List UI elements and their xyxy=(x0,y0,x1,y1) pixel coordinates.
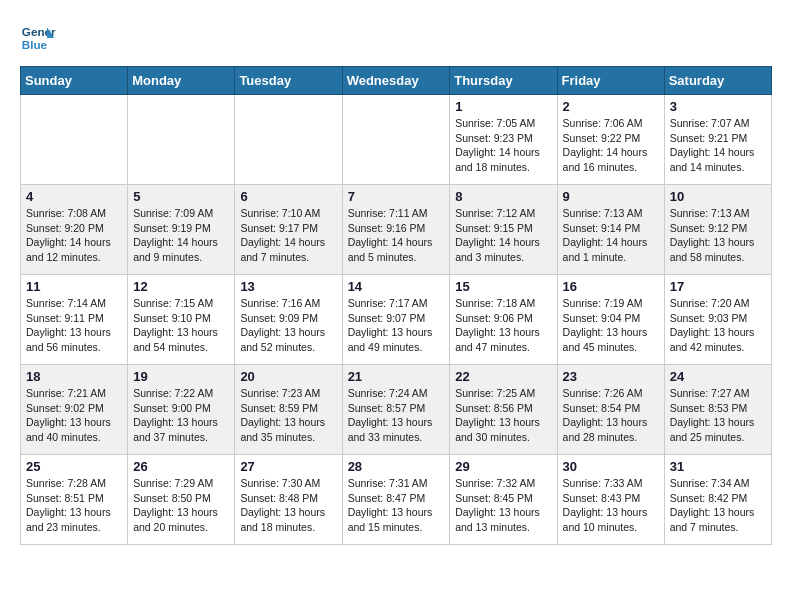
calendar-week-row: 25Sunrise: 7:28 AM Sunset: 8:51 PM Dayli… xyxy=(21,455,772,545)
calendar-day-14: 14Sunrise: 7:17 AM Sunset: 9:07 PM Dayli… xyxy=(342,275,450,365)
day-number: 2 xyxy=(563,99,659,114)
calendar-day-11: 11Sunrise: 7:14 AM Sunset: 9:11 PM Dayli… xyxy=(21,275,128,365)
calendar-day-27: 27Sunrise: 7:30 AM Sunset: 8:48 PM Dayli… xyxy=(235,455,342,545)
day-number: 18 xyxy=(26,369,122,384)
calendar-day-6: 6Sunrise: 7:10 AM Sunset: 9:17 PM Daylig… xyxy=(235,185,342,275)
day-number: 30 xyxy=(563,459,659,474)
day-number: 31 xyxy=(670,459,766,474)
weekday-header-friday: Friday xyxy=(557,67,664,95)
day-number: 14 xyxy=(348,279,445,294)
calendar-day-1: 1Sunrise: 7:05 AM Sunset: 9:23 PM Daylig… xyxy=(450,95,557,185)
calendar-week-row: 18Sunrise: 7:21 AM Sunset: 9:02 PM Dayli… xyxy=(21,365,772,455)
weekday-header-monday: Monday xyxy=(128,67,235,95)
calendar-day-30: 30Sunrise: 7:33 AM Sunset: 8:43 PM Dayli… xyxy=(557,455,664,545)
day-info: Sunrise: 7:13 AM Sunset: 9:12 PM Dayligh… xyxy=(670,206,766,265)
day-number: 21 xyxy=(348,369,445,384)
day-number: 16 xyxy=(563,279,659,294)
day-info: Sunrise: 7:14 AM Sunset: 9:11 PM Dayligh… xyxy=(26,296,122,355)
calendar-empty-cell xyxy=(235,95,342,185)
day-number: 29 xyxy=(455,459,551,474)
calendar-week-row: 1Sunrise: 7:05 AM Sunset: 9:23 PM Daylig… xyxy=(21,95,772,185)
calendar-day-2: 2Sunrise: 7:06 AM Sunset: 9:22 PM Daylig… xyxy=(557,95,664,185)
day-info: Sunrise: 7:25 AM Sunset: 8:56 PM Dayligh… xyxy=(455,386,551,445)
day-info: Sunrise: 7:27 AM Sunset: 8:53 PM Dayligh… xyxy=(670,386,766,445)
weekday-header-row: SundayMondayTuesdayWednesdayThursdayFrid… xyxy=(21,67,772,95)
day-info: Sunrise: 7:15 AM Sunset: 9:10 PM Dayligh… xyxy=(133,296,229,355)
day-info: Sunrise: 7:08 AM Sunset: 9:20 PM Dayligh… xyxy=(26,206,122,265)
day-number: 24 xyxy=(670,369,766,384)
calendar-day-23: 23Sunrise: 7:26 AM Sunset: 8:54 PM Dayli… xyxy=(557,365,664,455)
calendar-day-24: 24Sunrise: 7:27 AM Sunset: 8:53 PM Dayli… xyxy=(664,365,771,455)
calendar-day-16: 16Sunrise: 7:19 AM Sunset: 9:04 PM Dayli… xyxy=(557,275,664,365)
calendar-day-28: 28Sunrise: 7:31 AM Sunset: 8:47 PM Dayli… xyxy=(342,455,450,545)
header: General Blue xyxy=(20,20,772,56)
day-info: Sunrise: 7:09 AM Sunset: 9:19 PM Dayligh… xyxy=(133,206,229,265)
day-info: Sunrise: 7:24 AM Sunset: 8:57 PM Dayligh… xyxy=(348,386,445,445)
calendar-day-4: 4Sunrise: 7:08 AM Sunset: 9:20 PM Daylig… xyxy=(21,185,128,275)
calendar-day-29: 29Sunrise: 7:32 AM Sunset: 8:45 PM Dayli… xyxy=(450,455,557,545)
day-info: Sunrise: 7:05 AM Sunset: 9:23 PM Dayligh… xyxy=(455,116,551,175)
calendar-day-25: 25Sunrise: 7:28 AM Sunset: 8:51 PM Dayli… xyxy=(21,455,128,545)
svg-text:Blue: Blue xyxy=(22,38,48,51)
day-number: 19 xyxy=(133,369,229,384)
day-number: 26 xyxy=(133,459,229,474)
day-number: 25 xyxy=(26,459,122,474)
calendar-day-9: 9Sunrise: 7:13 AM Sunset: 9:14 PM Daylig… xyxy=(557,185,664,275)
day-number: 15 xyxy=(455,279,551,294)
day-number: 17 xyxy=(670,279,766,294)
calendar-week-row: 11Sunrise: 7:14 AM Sunset: 9:11 PM Dayli… xyxy=(21,275,772,365)
weekday-header-tuesday: Tuesday xyxy=(235,67,342,95)
day-number: 1 xyxy=(455,99,551,114)
day-info: Sunrise: 7:13 AM Sunset: 9:14 PM Dayligh… xyxy=(563,206,659,265)
day-info: Sunrise: 7:07 AM Sunset: 9:21 PM Dayligh… xyxy=(670,116,766,175)
calendar-empty-cell xyxy=(342,95,450,185)
day-number: 6 xyxy=(240,189,336,204)
day-number: 4 xyxy=(26,189,122,204)
day-number: 8 xyxy=(455,189,551,204)
day-info: Sunrise: 7:16 AM Sunset: 9:09 PM Dayligh… xyxy=(240,296,336,355)
day-info: Sunrise: 7:23 AM Sunset: 8:59 PM Dayligh… xyxy=(240,386,336,445)
logo-icon: General Blue xyxy=(20,20,56,56)
day-info: Sunrise: 7:34 AM Sunset: 8:42 PM Dayligh… xyxy=(670,476,766,535)
weekday-header-thursday: Thursday xyxy=(450,67,557,95)
weekday-header-sunday: Sunday xyxy=(21,67,128,95)
day-number: 7 xyxy=(348,189,445,204)
calendar-day-19: 19Sunrise: 7:22 AM Sunset: 9:00 PM Dayli… xyxy=(128,365,235,455)
day-info: Sunrise: 7:28 AM Sunset: 8:51 PM Dayligh… xyxy=(26,476,122,535)
calendar-day-8: 8Sunrise: 7:12 AM Sunset: 9:15 PM Daylig… xyxy=(450,185,557,275)
day-number: 20 xyxy=(240,369,336,384)
day-info: Sunrise: 7:26 AM Sunset: 8:54 PM Dayligh… xyxy=(563,386,659,445)
calendar-day-3: 3Sunrise: 7:07 AM Sunset: 9:21 PM Daylig… xyxy=(664,95,771,185)
day-info: Sunrise: 7:06 AM Sunset: 9:22 PM Dayligh… xyxy=(563,116,659,175)
calendar-day-5: 5Sunrise: 7:09 AM Sunset: 9:19 PM Daylig… xyxy=(128,185,235,275)
calendar-day-20: 20Sunrise: 7:23 AM Sunset: 8:59 PM Dayli… xyxy=(235,365,342,455)
day-info: Sunrise: 7:17 AM Sunset: 9:07 PM Dayligh… xyxy=(348,296,445,355)
calendar-day-12: 12Sunrise: 7:15 AM Sunset: 9:10 PM Dayli… xyxy=(128,275,235,365)
day-number: 22 xyxy=(455,369,551,384)
day-info: Sunrise: 7:10 AM Sunset: 9:17 PM Dayligh… xyxy=(240,206,336,265)
day-info: Sunrise: 7:31 AM Sunset: 8:47 PM Dayligh… xyxy=(348,476,445,535)
day-number: 9 xyxy=(563,189,659,204)
calendar-day-7: 7Sunrise: 7:11 AM Sunset: 9:16 PM Daylig… xyxy=(342,185,450,275)
day-info: Sunrise: 7:21 AM Sunset: 9:02 PM Dayligh… xyxy=(26,386,122,445)
weekday-header-wednesday: Wednesday xyxy=(342,67,450,95)
calendar-day-26: 26Sunrise: 7:29 AM Sunset: 8:50 PM Dayli… xyxy=(128,455,235,545)
day-number: 3 xyxy=(670,99,766,114)
day-info: Sunrise: 7:19 AM Sunset: 9:04 PM Dayligh… xyxy=(563,296,659,355)
calendar-day-22: 22Sunrise: 7:25 AM Sunset: 8:56 PM Dayli… xyxy=(450,365,557,455)
calendar-week-row: 4Sunrise: 7:08 AM Sunset: 9:20 PM Daylig… xyxy=(21,185,772,275)
day-info: Sunrise: 7:18 AM Sunset: 9:06 PM Dayligh… xyxy=(455,296,551,355)
day-number: 23 xyxy=(563,369,659,384)
calendar-day-21: 21Sunrise: 7:24 AM Sunset: 8:57 PM Dayli… xyxy=(342,365,450,455)
day-number: 10 xyxy=(670,189,766,204)
calendar-table: SundayMondayTuesdayWednesdayThursdayFrid… xyxy=(20,66,772,545)
day-info: Sunrise: 7:29 AM Sunset: 8:50 PM Dayligh… xyxy=(133,476,229,535)
day-info: Sunrise: 7:20 AM Sunset: 9:03 PM Dayligh… xyxy=(670,296,766,355)
calendar-day-15: 15Sunrise: 7:18 AM Sunset: 9:06 PM Dayli… xyxy=(450,275,557,365)
day-info: Sunrise: 7:12 AM Sunset: 9:15 PM Dayligh… xyxy=(455,206,551,265)
calendar-day-10: 10Sunrise: 7:13 AM Sunset: 9:12 PM Dayli… xyxy=(664,185,771,275)
day-info: Sunrise: 7:22 AM Sunset: 9:00 PM Dayligh… xyxy=(133,386,229,445)
calendar-empty-cell xyxy=(21,95,128,185)
day-number: 28 xyxy=(348,459,445,474)
day-number: 12 xyxy=(133,279,229,294)
